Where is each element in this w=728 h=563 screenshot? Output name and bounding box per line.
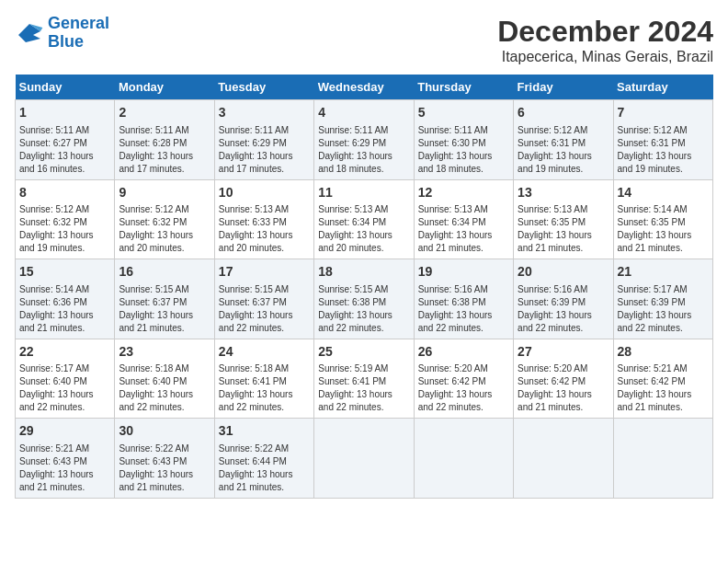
day-number: 4 [318,104,409,122]
calendar-cell: 11Sunrise: 5:13 AMSunset: 6:34 PMDayligh… [314,179,414,259]
day-number: 26 [418,343,509,362]
calendar-cell: 4Sunrise: 5:11 AMSunset: 6:29 PMDaylight… [314,100,414,180]
day-info: Sunrise: 5:11 AMSunset: 6:28 PMDaylight:… [119,124,210,176]
day-info: Sunrise: 5:22 AMSunset: 6:43 PMDaylight:… [119,442,210,494]
logo-line1: General [48,14,109,32]
day-info: Sunrise: 5:12 AMSunset: 6:32 PMDaylight:… [119,203,210,255]
day-info: Sunrise: 5:18 AMSunset: 6:40 PMDaylight:… [119,362,210,414]
day-number: 21 [618,263,709,282]
week-row-2: 8Sunrise: 5:12 AMSunset: 6:32 PMDaylight… [16,179,713,259]
calendar-cell [613,419,712,499]
day-number: 3 [219,104,310,122]
day-info: Sunrise: 5:17 AMSunset: 6:39 PMDaylight:… [618,283,709,335]
calendar-cell: 13Sunrise: 5:13 AMSunset: 6:35 PMDayligh… [514,179,613,259]
day-of-week-friday: Friday [514,75,613,100]
calendar-cell: 22Sunrise: 5:17 AMSunset: 6:40 PMDayligh… [16,339,115,419]
week-row-3: 15Sunrise: 5:14 AMSunset: 6:36 PMDayligh… [16,259,713,339]
day-number: 17 [219,263,310,282]
day-number: 6 [518,104,609,122]
day-info: Sunrise: 5:18 AMSunset: 6:41 PMDaylight:… [219,362,310,414]
day-info: Sunrise: 5:13 AMSunset: 6:34 PMDaylight:… [318,203,409,255]
calendar-cell: 12Sunrise: 5:13 AMSunset: 6:34 PMDayligh… [414,179,513,259]
day-number: 1 [19,104,110,122]
day-number: 25 [318,343,409,362]
logo-line2: Blue [48,32,84,51]
day-of-week-thursday: Thursday [414,75,513,100]
day-number: 24 [219,343,310,362]
day-info: Sunrise: 5:12 AMSunset: 6:31 PMDaylight:… [518,124,609,176]
day-number: 23 [119,343,210,362]
week-row-1: 1Sunrise: 5:11 AMSunset: 6:27 PMDaylight… [16,100,713,180]
calendar-cell: 3Sunrise: 5:11 AMSunset: 6:29 PMDaylight… [214,100,313,180]
day-info: Sunrise: 5:11 AMSunset: 6:27 PMDaylight:… [19,124,110,176]
page-subtitle: Itapecerica, Minas Gerais, Brazil [497,49,713,65]
logo: General Blue [15,15,109,52]
calendar-cell: 30Sunrise: 5:22 AMSunset: 6:43 PMDayligh… [115,419,214,499]
calendar-cell: 21Sunrise: 5:17 AMSunset: 6:39 PMDayligh… [613,259,712,339]
days-of-week-row: SundayMondayTuesdayWednesdayThursdayFrid… [16,75,713,100]
calendar-cell: 15Sunrise: 5:14 AMSunset: 6:36 PMDayligh… [16,259,115,339]
calendar-cell: 2Sunrise: 5:11 AMSunset: 6:28 PMDaylight… [115,100,214,180]
page-header: General Blue December 2024 Itapecerica, … [15,15,713,65]
calendar-cell: 9Sunrise: 5:12 AMSunset: 6:32 PMDaylight… [115,179,214,259]
day-info: Sunrise: 5:22 AMSunset: 6:44 PMDaylight:… [219,442,310,494]
calendar-cell: 18Sunrise: 5:15 AMSunset: 6:38 PMDayligh… [314,259,414,339]
day-number: 15 [19,263,110,282]
day-info: Sunrise: 5:20 AMSunset: 6:42 PMDaylight:… [418,362,509,414]
day-number: 2 [119,104,210,122]
calendar-cell: 24Sunrise: 5:18 AMSunset: 6:41 PMDayligh… [214,339,313,419]
calendar-cell [514,419,613,499]
day-info: Sunrise: 5:13 AMSunset: 6:33 PMDaylight:… [219,203,310,255]
calendar-cell: 20Sunrise: 5:16 AMSunset: 6:39 PMDayligh… [514,259,613,339]
day-info: Sunrise: 5:11 AMSunset: 6:29 PMDaylight:… [318,124,409,176]
day-number: 29 [19,422,110,441]
day-info: Sunrise: 5:16 AMSunset: 6:39 PMDaylight:… [518,283,609,335]
calendar-cell: 1Sunrise: 5:11 AMSunset: 6:27 PMDaylight… [16,100,115,180]
day-info: Sunrise: 5:13 AMSunset: 6:35 PMDaylight:… [518,203,609,255]
day-number: 8 [19,184,110,202]
day-number: 19 [418,263,509,282]
day-info: Sunrise: 5:21 AMSunset: 6:42 PMDaylight:… [618,362,709,414]
day-number: 27 [518,343,609,362]
calendar-cell: 26Sunrise: 5:20 AMSunset: 6:42 PMDayligh… [414,339,513,419]
calendar-cell [314,419,414,499]
day-info: Sunrise: 5:14 AMSunset: 6:35 PMDaylight:… [618,203,709,255]
day-of-week-wednesday: Wednesday [314,75,414,100]
day-info: Sunrise: 5:15 AMSunset: 6:37 PMDaylight:… [119,283,210,335]
day-of-week-sunday: Sunday [16,75,115,100]
day-of-week-saturday: Saturday [613,75,712,100]
logo-text: General Blue [48,15,109,52]
calendar-cell: 25Sunrise: 5:19 AMSunset: 6:41 PMDayligh… [314,339,414,419]
calendar-cell: 5Sunrise: 5:11 AMSunset: 6:30 PMDaylight… [414,100,513,180]
calendar-cell: 23Sunrise: 5:18 AMSunset: 6:40 PMDayligh… [115,339,214,419]
day-info: Sunrise: 5:12 AMSunset: 6:32 PMDaylight:… [19,203,110,255]
title-block: December 2024 Itapecerica, Minas Gerais,… [497,15,713,65]
day-of-week-tuesday: Tuesday [214,75,313,100]
calendar-cell: 31Sunrise: 5:22 AMSunset: 6:44 PMDayligh… [214,419,313,499]
day-number: 30 [119,422,210,441]
week-row-5: 29Sunrise: 5:21 AMSunset: 6:43 PMDayligh… [16,419,713,499]
day-info: Sunrise: 5:12 AMSunset: 6:31 PMDaylight:… [618,124,709,176]
day-info: Sunrise: 5:16 AMSunset: 6:38 PMDaylight:… [418,283,509,335]
day-number: 7 [618,104,709,122]
day-of-week-monday: Monday [115,75,214,100]
day-info: Sunrise: 5:17 AMSunset: 6:40 PMDaylight:… [19,362,110,414]
logo-icon [15,20,44,46]
calendar-cell: 17Sunrise: 5:15 AMSunset: 6:37 PMDayligh… [214,259,313,339]
day-number: 22 [19,343,110,362]
calendar-cell: 19Sunrise: 5:16 AMSunset: 6:38 PMDayligh… [414,259,513,339]
calendar-cell: 6Sunrise: 5:12 AMSunset: 6:31 PMDaylight… [514,100,613,180]
day-number: 12 [418,184,509,202]
day-info: Sunrise: 5:13 AMSunset: 6:34 PMDaylight:… [418,203,509,255]
calendar-cell [414,419,513,499]
day-number: 13 [518,184,609,202]
calendar-cell: 28Sunrise: 5:21 AMSunset: 6:42 PMDayligh… [613,339,712,419]
day-number: 20 [518,263,609,282]
day-info: Sunrise: 5:11 AMSunset: 6:30 PMDaylight:… [418,124,509,176]
day-number: 5 [418,104,509,122]
day-number: 31 [219,422,310,441]
calendar-cell: 14Sunrise: 5:14 AMSunset: 6:35 PMDayligh… [613,179,712,259]
day-info: Sunrise: 5:15 AMSunset: 6:38 PMDaylight:… [318,283,409,335]
day-number: 16 [119,263,210,282]
page-title: December 2024 [497,15,713,49]
